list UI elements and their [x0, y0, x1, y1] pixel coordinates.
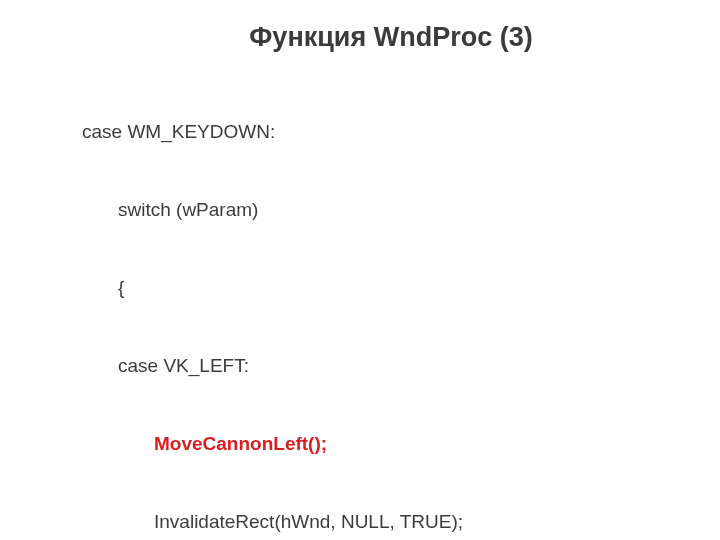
slide-title: Функция WndProc (3) [122, 22, 660, 53]
code-line: case WM_KEYDOWN: [82, 119, 660, 145]
slide: Функция WndProc (3) case WM_KEYDOWN: swi… [0, 0, 720, 540]
code-line: { [82, 275, 660, 301]
code-line: InvalidateRect(hWnd, NULL, TRUE); [82, 509, 660, 535]
code-block: case WM_KEYDOWN: switch (wParam) { case … [82, 67, 660, 540]
code-line: switch (wParam) [82, 197, 660, 223]
code-line: case VK_LEFT: [82, 353, 660, 379]
code-line-highlight: MoveCannonLeft(); [82, 431, 660, 457]
